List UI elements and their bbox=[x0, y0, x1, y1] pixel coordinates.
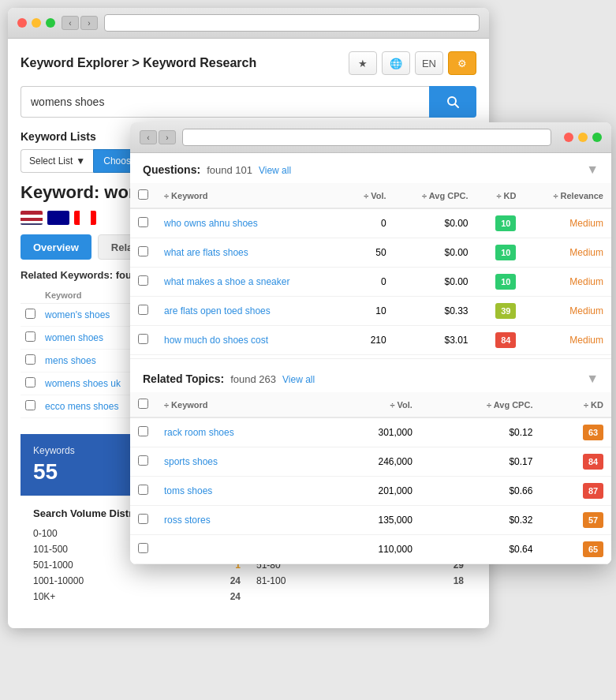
q-row-checkbox[interactable] bbox=[138, 305, 148, 315]
search-button[interactable] bbox=[429, 86, 476, 118]
q-row-checkbox[interactable] bbox=[138, 275, 148, 286]
questions-label: Questions: bbox=[143, 163, 200, 176]
close-button[interactable] bbox=[17, 18, 27, 28]
row-keyword-link[interactable]: womens shoes uk bbox=[45, 378, 121, 389]
questions-table: ÷ Keyword ÷ Vol. ÷ Avg CPC. ÷ KD ÷ Relev… bbox=[130, 183, 611, 355]
t-row-checkbox[interactable] bbox=[138, 426, 148, 436]
t-row-checkbox[interactable] bbox=[138, 485, 148, 495]
topics-table-header-row: ÷ Keyword ÷ Vol. ÷ Avg CPC. ÷ KD bbox=[130, 392, 611, 417]
t-row-checkbox[interactable] bbox=[138, 455, 148, 466]
q-row-keyword-link[interactable]: who owns ahnu shoes bbox=[164, 218, 258, 229]
globe-button[interactable]: 🌐 bbox=[382, 51, 410, 75]
row-keyword-link[interactable]: mens shoes bbox=[45, 355, 96, 366]
q-row-vol-cell: 0 bbox=[344, 208, 394, 238]
q-row-relevance-cell: Medium bbox=[524, 268, 611, 297]
minimize-button[interactable] bbox=[32, 18, 41, 28]
q-col-cpc: ÷ Avg CPC. bbox=[394, 183, 476, 208]
questions-count: found 101 bbox=[207, 164, 252, 176]
q-row-vol-cell: 10 bbox=[344, 297, 394, 326]
t-row-keyword-link[interactable]: ross stores bbox=[164, 515, 211, 526]
q-row-checkbox-cell bbox=[130, 326, 156, 355]
row-checkbox-cell bbox=[21, 395, 40, 418]
q-row-keyword-link[interactable]: how much do shoes cost bbox=[164, 335, 268, 346]
row-checkbox[interactable] bbox=[25, 354, 35, 365]
t-row-checkbox-cell bbox=[130, 447, 156, 477]
front-minimize-button[interactable] bbox=[578, 133, 588, 142]
q-row-checkbox[interactable] bbox=[138, 217, 148, 227]
search-bar bbox=[21, 86, 476, 118]
q-row-cpc-cell: $0.33 bbox=[394, 297, 476, 326]
topics-filter-icon[interactable]: ▼ bbox=[586, 372, 599, 386]
question-row: how much do shoes cost 210 $3.01 84 Medi… bbox=[130, 326, 611, 355]
q-row-checkbox-cell bbox=[130, 208, 156, 238]
q-col-vol: ÷ Vol. bbox=[344, 183, 394, 208]
t-row-checkbox[interactable] bbox=[138, 514, 148, 524]
breadcrumb: Keyword Explorer > Keyword Research bbox=[21, 56, 256, 70]
au-flag-icon[interactable] bbox=[47, 211, 69, 225]
row-checkbox[interactable] bbox=[25, 331, 35, 342]
sv-row-4: 1001-1000024 bbox=[33, 573, 241, 589]
row-checkbox[interactable] bbox=[25, 400, 35, 410]
q-row-kd-cell: 10 bbox=[476, 238, 524, 268]
questions-filter-icon[interactable]: ▼ bbox=[586, 163, 599, 177]
front-maximize-button[interactable] bbox=[592, 133, 602, 142]
row-checkbox[interactable] bbox=[25, 377, 35, 387]
lang-button[interactable]: EN bbox=[415, 51, 443, 75]
select-all-questions[interactable] bbox=[138, 189, 148, 200]
topics-table: ÷ Keyword ÷ Vol. ÷ Avg CPC. ÷ KD rack ro… bbox=[130, 392, 611, 564]
front-forward-arrow[interactable]: › bbox=[159, 130, 176, 144]
row-checkbox-cell bbox=[21, 304, 40, 327]
page-title-bar: Keyword Explorer > Keyword Research ★ 🌐 … bbox=[21, 51, 476, 75]
topics-view-all[interactable]: View all bbox=[282, 374, 315, 385]
front-close-button[interactable] bbox=[564, 133, 573, 142]
q-row-relevance-cell: Medium bbox=[524, 238, 611, 268]
t-row-keyword-link[interactable]: toms shoes bbox=[164, 485, 212, 496]
q-row-cpc-cell: $3.01 bbox=[394, 326, 476, 355]
questions-view-all[interactable]: View all bbox=[259, 165, 291, 176]
maximize-button[interactable] bbox=[46, 18, 55, 28]
us-flag-icon[interactable] bbox=[21, 211, 43, 225]
forward-arrow[interactable]: › bbox=[80, 16, 98, 30]
ca-flag-icon[interactable] bbox=[74, 211, 96, 225]
settings-button[interactable]: ⚙ bbox=[448, 51, 476, 75]
t-row-checkbox-cell bbox=[130, 535, 156, 564]
topics-label: Related Topics: bbox=[143, 372, 224, 385]
row-keyword-link[interactable]: ecco mens shoes bbox=[45, 401, 118, 412]
t-row-keyword-link[interactable]: sports shoes bbox=[164, 456, 218, 467]
row-keyword-link[interactable]: women shoes bbox=[45, 332, 103, 343]
overview-tab[interactable]: Overview bbox=[21, 234, 91, 260]
topics-count: found 263 bbox=[230, 373, 276, 385]
row-checkbox-cell bbox=[21, 350, 40, 372]
front-back-arrow[interactable]: ‹ bbox=[140, 130, 157, 144]
breadcrumb-separator: > bbox=[132, 56, 143, 69]
questions-header: Questions: found 101 View all ▼ bbox=[130, 153, 611, 183]
row-keyword-link[interactable]: women's shoes bbox=[45, 309, 110, 320]
t-row-kd-cell: 84 bbox=[540, 447, 611, 477]
t-col-kd: ÷ KD bbox=[540, 392, 611, 417]
t-row-kd-cell: 57 bbox=[540, 506, 611, 535]
svg-line-1 bbox=[455, 104, 458, 107]
q-row-checkbox[interactable] bbox=[138, 246, 148, 256]
questions-header-left: Questions: found 101 View all bbox=[143, 163, 291, 176]
q-row-checkbox[interactable] bbox=[138, 334, 148, 344]
toolbar-icons: ★ 🌐 EN ⚙ bbox=[349, 51, 476, 75]
select-list-button[interactable]: Select List ▼ bbox=[21, 149, 93, 173]
back-arrow[interactable]: ‹ bbox=[62, 16, 79, 30]
q-row-keyword-link[interactable]: what makes a shoe a sneaker bbox=[164, 276, 289, 287]
q-row-cpc-cell: $0.00 bbox=[394, 208, 476, 238]
search-input[interactable] bbox=[21, 86, 429, 118]
front-url-bar[interactable] bbox=[182, 129, 551, 146]
star-button[interactable]: ★ bbox=[349, 51, 377, 75]
t-row-keyword-link[interactable]: rack room shoes bbox=[164, 427, 234, 438]
q-row-cpc-cell: $0.00 bbox=[394, 238, 476, 268]
t-row-checkbox-cell bbox=[130, 417, 156, 447]
t-row-checkbox[interactable] bbox=[138, 543, 148, 553]
t-col-cpc: ÷ Avg CPC. bbox=[420, 392, 541, 417]
q-row-keyword-link[interactable]: what are flats shoes bbox=[164, 247, 248, 258]
breadcrumb-part1: Keyword Explorer bbox=[21, 56, 129, 69]
url-bar[interactable] bbox=[104, 14, 480, 32]
row-checkbox[interactable] bbox=[25, 309, 35, 319]
t-row-keyword-cell: ross stores bbox=[156, 506, 323, 535]
select-all-topics[interactable] bbox=[138, 399, 148, 409]
q-row-keyword-link[interactable]: are flats open toed shoes bbox=[164, 305, 271, 316]
